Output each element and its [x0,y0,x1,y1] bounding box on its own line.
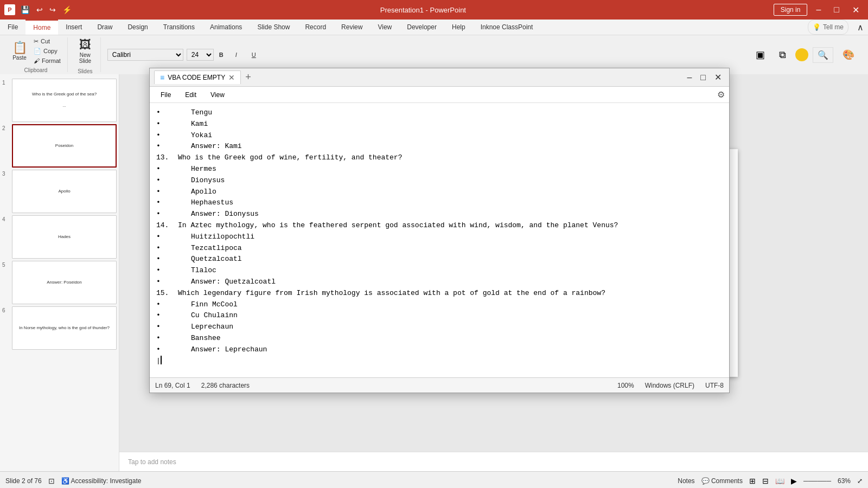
more-quick-btn[interactable]: ⚡ [61,4,73,15]
vba-line: •Tezcatlipoca [156,243,723,254]
tab-animations[interactable]: Animations [202,20,250,35]
vba-tab-active[interactable]: ≡ VBA CODE EMPTY ✕ [154,70,241,84]
font-group: Calibri 24 B I U [103,49,267,61]
maximize-button[interactable]: □ [829,4,844,16]
arrange-button[interactable]: ⧉ [774,47,791,63]
minimize-button[interactable]: – [812,4,825,16]
vba-menu-file[interactable]: File [154,89,177,101]
copy-button[interactable]: 📄 Copy [31,47,63,56]
paste-button[interactable]: 📋 Paste [9,38,30,63]
ribbon-tabs: File Home Insert Draw Design Transitions… [0,20,868,35]
slides-label: Slides [78,68,92,74]
tab-design[interactable]: Design [120,20,155,35]
shapes-button[interactable]: ▣ [751,46,770,63]
vba-tab-label: VBA CODE EMPTY [168,74,225,81]
format-painter-icon: 🖌 [34,57,40,64]
slide-sorter-btn[interactable]: ⊟ [762,477,769,485]
bullet-char: • [156,232,165,243]
format-painter-button[interactable]: 🖌 Format [31,56,63,65]
redo-quick-btn[interactable]: ↪ [48,4,57,15]
tab-insert[interactable]: Insert [58,20,90,35]
presenter-view-btn[interactable]: ▶ [791,477,797,485]
vba-close-tab-btn[interactable]: ✕ [228,73,235,82]
vba-menu-edit[interactable]: Edit [178,89,203,101]
vba-menu-view[interactable]: View [204,89,231,101]
copy-icon: 📄 [34,48,41,55]
normal-view-btn[interactable]: ⊞ [749,477,756,485]
tab-developer[interactable]: Developer [399,20,444,35]
vba-close-btn[interactable]: ✕ [711,71,725,84]
notes-status-label[interactable]: Notes [678,477,694,485]
accessibility-info[interactable]: ♿ Accessibility: Investigate [61,477,142,485]
slide-thumb-6[interactable]: 6 In Norse mythology, who is the god of … [2,306,117,350]
vba-line: 13.Who is the Greek god of wine, fertili… [156,152,723,164]
underline-button[interactable]: U [250,50,263,59]
vba-maximize-btn[interactable]: □ [697,71,709,84]
bold-button[interactable]: B [217,50,230,59]
line-text: Which legendary figure from Irish mythol… [178,288,605,299]
vba-line: •Tengu [156,107,723,119]
bullet-char: • [156,322,165,333]
new-slide-button[interactable]: 🖼 NewSlide [74,36,96,66]
vba-zoom: 100% [617,382,634,389]
vba-add-tab-btn[interactable]: + [242,72,254,83]
slide-info: Slide 2 of 76 [5,477,42,485]
find-button[interactable]: 🔍 [813,47,833,63]
slide-thumb-4[interactable]: 4 Hades [2,215,117,259]
vba-line: •Leprechaun [156,322,723,333]
undo-quick-btn[interactable]: ↩ [35,4,44,15]
close-button[interactable]: ✕ [848,4,864,16]
line-text: Kami [169,119,208,130]
tab-record[interactable]: Record [297,20,334,35]
font-size-select[interactable]: 24 [187,49,214,61]
window-title: Presentation1 - PowerPoint [73,6,774,14]
cut-button[interactable]: ✂ Cut [31,37,63,46]
vba-line: •Banshee [156,333,723,344]
slide-thumb-3[interactable]: 3 Apollo [2,170,117,213]
tab-home[interactable]: Home [25,20,58,35]
line-text: Answer: Dionysus [169,209,259,220]
vba-line: •Finn McCool [156,299,723,311]
tab-slideshow[interactable]: Slide Show [250,20,297,35]
italic-button[interactable]: I [233,50,246,59]
designer-button[interactable]: 🎨 [838,46,859,63]
vba-cursor-line[interactable]: | [156,356,723,367]
line-text: In Aztec mythology, who is the feathered… [178,220,618,232]
ribbon-collapse-btn[interactable]: ∧ [853,20,868,35]
slides-group: 🖼 NewSlide Slides [70,37,101,72]
line-text: Answer: Quetzalcoatl [169,277,276,288]
save-quick-btn[interactable]: 💾 [20,4,31,15]
vba-settings-btn[interactable]: ⚙ [717,89,725,100]
tab-view[interactable]: View [370,20,399,35]
slide-thumb-1[interactable]: 1 Who is the Greek god of the sea?... [2,79,117,122]
clipboard-group: 📋 Paste ✂ Cut 📄 Copy 🖌 Format Clipboard [4,37,68,72]
title-bar: P 💾 ↩ ↪ ⚡ Presentation1 - PowerPoint Sig… [0,0,868,20]
bullet-char: • [156,333,165,344]
line-text: Hephaestus [169,197,233,209]
tab-review[interactable]: Review [334,20,370,35]
comments-status-btn[interactable]: 💬 Comments [701,477,743,485]
color-dot[interactable] [795,48,808,61]
tab-file[interactable]: File [0,20,25,35]
notes-area[interactable]: Tap to add notes [119,452,868,471]
slide-thumb-2[interactable]: 2 Poseidon [2,124,117,168]
tab-draw[interactable]: Draw [90,20,120,35]
slide-thumb-5[interactable]: 5 Answer: Poseidon [2,261,117,304]
vba-line: •Yokai [156,130,723,142]
tab-help[interactable]: Help [444,20,473,35]
vba-content-area[interactable]: •Tengu•Kami•Yokai•Answer: Kami13.Who is … [150,103,729,377]
line-text: Yokai [169,130,212,142]
vba-title-bar[interactable]: ≡ VBA CODE EMPTY ✕ + – □ ✕ [150,68,729,87]
tab-inknoe[interactable]: Inknoe ClassPoint [473,20,541,35]
slide-panel[interactable]: 1 Who is the Greek god of the sea?... 2 … [0,74,119,471]
vba-minimize-btn[interactable]: – [684,71,695,84]
tell-me-label: Tell me [823,23,844,31]
tab-transitions[interactable]: Transitions [156,20,202,35]
sign-in-button[interactable]: Sign in [774,4,808,16]
text-cursor [161,356,162,364]
line-text: Leprechaun [169,322,233,333]
font-family-select[interactable]: Calibri [107,49,183,61]
tell-me-box[interactable]: 💡 Tell me [808,20,848,35]
reading-view-btn[interactable]: 📖 [775,477,784,485]
zoom-fit-btn[interactable]: ⤢ [857,477,863,485]
